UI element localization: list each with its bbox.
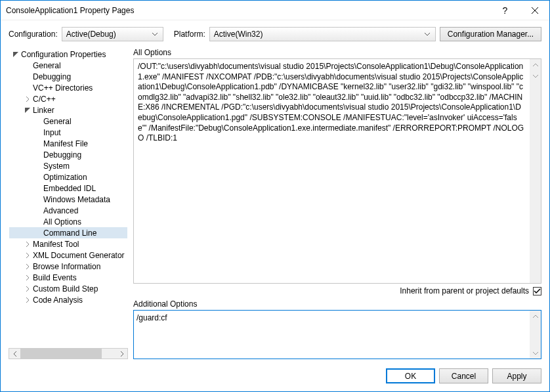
tree-item-windows-metadata[interactable]: Windows Metadata [9,194,127,205]
all-options-vertical-scrollbar[interactable] [530,59,541,283]
tree-item-debugging[interactable]: Debugging [9,71,127,82]
tree-item-input[interactable]: Input [9,127,127,138]
checkmark-icon [534,288,541,295]
expand-open-icon[interactable] [24,108,32,113]
configuration-label: Configuration: [9,30,58,39]
config-row: Configuration: Active(Debug) Platform: A… [1,20,549,45]
tree-item-general[interactable]: General [9,60,127,71]
ok-button[interactable]: OK [386,368,435,383]
expand-closed-icon[interactable] [24,286,32,292]
platform-label: Platform: [174,30,205,39]
help-button[interactable]: ? [490,1,520,20]
tree-item-label: General [33,61,61,70]
scroll-thumb[interactable] [20,349,102,359]
tree-item-build-events[interactable]: Build Events [9,272,127,283]
expand-closed-icon[interactable] [24,264,32,269]
all-options-text: /OUT:"c:\users\divyabh\documents\visual … [138,62,537,144]
tree-item-code-analysis[interactable]: Code Analysis [9,294,127,305]
expand-closed-icon[interactable] [24,275,32,280]
tree-item-label: System [43,162,70,171]
ok-label: OK [405,372,416,381]
body: Configuration PropertiesGeneralDebugging… [1,45,549,363]
scroll-left-icon[interactable] [9,349,20,359]
cancel-button[interactable]: Cancel [439,368,488,383]
inherit-checkbox[interactable] [533,287,541,295]
scroll-down-icon[interactable] [530,70,541,81]
expand-open-icon[interactable] [12,52,20,57]
tree-panel: Configuration PropertiesGeneralDebugging… [9,45,128,359]
tree-item-label: C/C++ [33,95,56,104]
property-pages-window: ConsoleApplication1 Property Pages ? Con… [0,0,550,392]
tree-item-embedded-idl[interactable]: Embedded IDL [9,183,127,194]
tree-item-label: All Options [43,217,81,227]
tree-item-label: Input [43,128,61,137]
tree-item-label: Manifest Tool [33,240,79,249]
tree-item-manifest-tool[interactable]: Manifest Tool [9,238,127,250]
tree-item-label: Linker [33,106,54,115]
expand-closed-icon[interactable] [24,97,32,102]
configuration-combo[interactable]: Active(Debug) [62,27,163,41]
tree-item-xml-document-generator[interactable]: XML Document Generator [9,250,127,261]
apply-label: Apply [507,372,526,381]
tree-item-label: Advanced [43,206,78,215]
tree-item-advanced[interactable]: Advanced [9,205,127,216]
inherit-row: Inherit from parent or project defaults [133,286,541,295]
scroll-track[interactable] [20,349,116,359]
tree-item-browse-information[interactable]: Browse Information [9,261,127,272]
additional-options-vertical-scrollbar[interactable] [530,311,541,359]
tree-item-command-line[interactable]: Command Line [9,227,127,238]
scroll-down-icon[interactable] [530,347,541,359]
configuration-value: Active(Debug) [66,30,116,39]
tree-item-label: Command Line [43,229,96,238]
footer: OK Cancel Apply [1,363,549,391]
additional-options-textbox[interactable]: /guard:cf [133,310,541,359]
scroll-right-icon[interactable] [116,349,127,359]
tree-root[interactable]: Configuration Properties [9,49,127,60]
additional-options-value: /guard:cf [137,313,167,322]
tree-item-c-c-[interactable]: C/C++ [9,93,127,104]
tree-item-label: Windows Metadata [43,195,110,204]
tree-item-label: General [43,117,72,126]
scroll-up-icon[interactable] [530,311,541,322]
tree-horizontal-scrollbar[interactable] [9,348,128,359]
tree-item-all-options[interactable]: All Options [9,216,127,227]
configuration-manager-label: Configuration Manager... [448,30,534,39]
tree-item-label: XML Document Generator [33,251,125,260]
tree-root-label: Configuration Properties [21,50,106,59]
tree-item-label: Debugging [33,72,71,81]
expand-closed-icon[interactable] [24,242,32,247]
tree-item-optimization[interactable]: Optimization [9,171,127,183]
all-options-textbox[interactable]: /OUT:"c:\users\divyabh\documents\visual … [133,58,541,284]
tree-item-linker[interactable]: Linker [9,104,127,116]
apply-button[interactable]: Apply [492,368,541,383]
configuration-manager-button[interactable]: Configuration Manager... [440,27,541,41]
tree-item-debugging[interactable]: Debugging [9,149,127,160]
tree-item-label: Embedded IDL [43,184,96,193]
platform-value: Active(Win32) [214,30,263,39]
scroll-up-icon[interactable] [530,59,541,70]
titlebar: ConsoleApplication1 Property Pages ? [1,1,549,20]
additional-options-label: Additional Options [133,299,541,309]
tree-item-label: Build Events [33,273,77,282]
close-button[interactable] [520,1,549,20]
all-options-label: All Options [133,48,541,57]
platform-combo[interactable]: Active(Win32) [209,27,436,41]
right-panel: All Options /OUT:"c:\users\divyabh\docum… [133,45,541,359]
tree-item-system[interactable]: System [9,160,127,171]
tree-item-label: Debugging [43,150,81,160]
tree-item-label: VC++ Directories [33,83,93,93]
text-cursor [167,312,168,320]
tree-item-label: Optimization [43,173,87,182]
properties-tree[interactable]: Configuration PropertiesGeneralDebugging… [9,45,128,348]
tree-item-custom-build-step[interactable]: Custom Build Step [9,283,127,294]
window-title: ConsoleApplication1 Property Pages [6,6,490,15]
tree-item-manifest-file[interactable]: Manifest File [9,138,127,149]
chevron-down-icon [422,32,433,37]
expand-closed-icon[interactable] [24,297,32,303]
tree-item-label: Manifest File [43,139,88,148]
expand-closed-icon[interactable] [24,253,32,258]
tree-item-label: Code Analysis [33,295,83,305]
tree-item-label: Custom Build Step [33,284,98,294]
tree-item-vc-directories[interactable]: VC++ Directories [9,82,127,93]
tree-item-general[interactable]: General [9,116,127,127]
